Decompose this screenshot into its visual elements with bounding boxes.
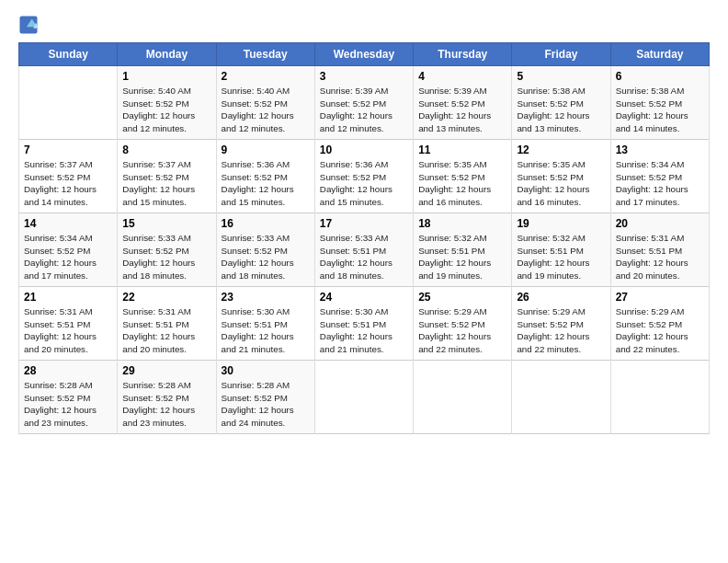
logo-icon — [18, 15, 39, 35]
day-info: Sunrise: 5:39 AM Sunset: 5:52 PM Dayligh… — [418, 85, 506, 135]
day-number: 23 — [222, 291, 310, 304]
day-number: 18 — [418, 217, 506, 230]
day-info: Sunrise: 5:32 AM Sunset: 5:51 PM Dayligh… — [418, 232, 506, 282]
day-cell: 13Sunrise: 5:34 AM Sunset: 5:52 PM Dayli… — [610, 140, 709, 213]
day-number: 5 — [517, 70, 605, 83]
day-info: Sunrise: 5:29 AM Sunset: 5:52 PM Dayligh… — [418, 305, 506, 356]
day-cell: 2Sunrise: 5:40 AM Sunset: 5:52 PM Daylig… — [216, 66, 314, 140]
day-info: Sunrise: 5:40 AM Sunset: 5:52 PM Dayligh… — [122, 85, 210, 135]
day-cell: 27Sunrise: 5:29 AM Sunset: 5:52 PM Dayli… — [610, 287, 709, 361]
day-number: 13 — [616, 144, 704, 156]
day-cell: 5Sunrise: 5:38 AM Sunset: 5:52 PM Daylig… — [512, 66, 610, 140]
day-cell: 6Sunrise: 5:38 AM Sunset: 5:52 PM Daylig… — [610, 66, 709, 140]
day-number: 25 — [418, 291, 506, 304]
day-cell — [314, 361, 413, 434]
day-cell: 29Sunrise: 5:28 AM Sunset: 5:52 PM Dayli… — [118, 361, 216, 434]
day-cell: 10Sunrise: 5:36 AM Sunset: 5:52 PM Dayli… — [314, 140, 413, 213]
day-number: 30 — [222, 364, 310, 377]
day-number: 22 — [122, 291, 210, 304]
day-info: Sunrise: 5:34 AM Sunset: 5:52 PM Dayligh… — [24, 232, 112, 282]
day-number: 7 — [24, 144, 112, 156]
day-cell: 22Sunrise: 5:31 AM Sunset: 5:51 PM Dayli… — [118, 287, 216, 361]
day-info: Sunrise: 5:31 AM Sunset: 5:51 PM Dayligh… — [122, 305, 210, 356]
day-cell — [512, 361, 610, 434]
day-number: 28 — [24, 364, 112, 377]
header — [18, 15, 710, 35]
column-header-saturday: Saturday — [610, 43, 709, 66]
column-header-sunday: Sunday — [19, 43, 118, 66]
day-cell: 20Sunrise: 5:31 AM Sunset: 5:51 PM Dayli… — [610, 213, 709, 287]
day-cell: 9Sunrise: 5:36 AM Sunset: 5:52 PM Daylig… — [216, 140, 314, 213]
day-cell: 24Sunrise: 5:30 AM Sunset: 5:51 PM Dayli… — [314, 287, 413, 361]
day-info: Sunrise: 5:30 AM Sunset: 5:51 PM Dayligh… — [320, 305, 408, 356]
day-info: Sunrise: 5:35 AM Sunset: 5:52 PM Dayligh… — [517, 158, 605, 209]
day-info: Sunrise: 5:39 AM Sunset: 5:52 PM Dayligh… — [320, 85, 408, 135]
day-info: Sunrise: 5:33 AM Sunset: 5:51 PM Dayligh… — [320, 232, 408, 282]
day-info: Sunrise: 5:35 AM Sunset: 5:52 PM Dayligh… — [418, 158, 506, 209]
day-cell: 30Sunrise: 5:28 AM Sunset: 5:52 PM Dayli… — [216, 361, 314, 434]
day-cell: 21Sunrise: 5:31 AM Sunset: 5:51 PM Dayli… — [19, 287, 118, 361]
day-info: Sunrise: 5:32 AM Sunset: 5:51 PM Dayligh… — [517, 232, 605, 282]
day-info: Sunrise: 5:28 AM Sunset: 5:52 PM Dayligh… — [24, 379, 112, 430]
day-number: 26 — [517, 291, 605, 304]
week-row-5: 28Sunrise: 5:28 AM Sunset: 5:52 PM Dayli… — [19, 361, 710, 434]
day-info: Sunrise: 5:31 AM Sunset: 5:51 PM Dayligh… — [24, 305, 112, 356]
day-number: 14 — [24, 217, 112, 230]
day-number: 29 — [122, 364, 210, 377]
day-number: 10 — [320, 144, 408, 156]
day-cell: 8Sunrise: 5:37 AM Sunset: 5:52 PM Daylig… — [118, 140, 216, 213]
day-number: 17 — [320, 217, 408, 230]
day-info: Sunrise: 5:31 AM Sunset: 5:51 PM Dayligh… — [616, 232, 704, 282]
day-number: 6 — [616, 70, 704, 83]
day-cell: 18Sunrise: 5:32 AM Sunset: 5:51 PM Dayli… — [414, 213, 512, 287]
column-header-tuesday: Tuesday — [216, 43, 314, 66]
day-info: Sunrise: 5:33 AM Sunset: 5:52 PM Dayligh… — [122, 232, 210, 282]
day-number: 27 — [616, 291, 704, 304]
day-info: Sunrise: 5:33 AM Sunset: 5:52 PM Dayligh… — [222, 232, 310, 282]
week-row-2: 7Sunrise: 5:37 AM Sunset: 5:52 PM Daylig… — [19, 140, 710, 213]
column-header-wednesday: Wednesday — [314, 43, 413, 66]
day-cell: 1Sunrise: 5:40 AM Sunset: 5:52 PM Daylig… — [118, 66, 216, 140]
column-header-thursday: Thursday — [414, 43, 512, 66]
calendar-table: SundayMondayTuesdayWednesdayThursdayFrid… — [18, 42, 710, 434]
day-cell: 28Sunrise: 5:28 AM Sunset: 5:52 PM Dayli… — [19, 361, 118, 434]
calendar-header-row: SundayMondayTuesdayWednesdayThursdayFrid… — [19, 43, 710, 66]
day-cell: 16Sunrise: 5:33 AM Sunset: 5:52 PM Dayli… — [216, 213, 314, 287]
day-cell: 26Sunrise: 5:29 AM Sunset: 5:52 PM Dayli… — [512, 287, 610, 361]
day-number: 11 — [418, 144, 506, 156]
day-cell: 15Sunrise: 5:33 AM Sunset: 5:52 PM Dayli… — [118, 213, 216, 287]
column-header-friday: Friday — [512, 43, 610, 66]
day-info: Sunrise: 5:36 AM Sunset: 5:52 PM Dayligh… — [320, 158, 408, 209]
week-row-3: 14Sunrise: 5:34 AM Sunset: 5:52 PM Dayli… — [19, 213, 710, 287]
day-cell: 3Sunrise: 5:39 AM Sunset: 5:52 PM Daylig… — [314, 66, 413, 140]
day-info: Sunrise: 5:29 AM Sunset: 5:52 PM Dayligh… — [616, 305, 704, 356]
day-cell: 4Sunrise: 5:39 AM Sunset: 5:52 PM Daylig… — [414, 66, 512, 140]
day-cell: 12Sunrise: 5:35 AM Sunset: 5:52 PM Dayli… — [512, 140, 610, 213]
week-row-4: 21Sunrise: 5:31 AM Sunset: 5:51 PM Dayli… — [19, 287, 710, 361]
day-cell: 7Sunrise: 5:37 AM Sunset: 5:52 PM Daylig… — [19, 140, 118, 213]
day-cell — [610, 361, 709, 434]
day-cell: 11Sunrise: 5:35 AM Sunset: 5:52 PM Dayli… — [414, 140, 512, 213]
day-number: 3 — [320, 70, 408, 83]
day-number: 15 — [122, 217, 210, 230]
day-number: 16 — [222, 217, 310, 230]
day-cell: 25Sunrise: 5:29 AM Sunset: 5:52 PM Dayli… — [414, 287, 512, 361]
day-cell — [414, 361, 512, 434]
day-info: Sunrise: 5:29 AM Sunset: 5:52 PM Dayligh… — [517, 305, 605, 356]
day-number: 12 — [517, 144, 605, 156]
day-number: 20 — [616, 217, 704, 230]
day-info: Sunrise: 5:37 AM Sunset: 5:52 PM Dayligh… — [24, 158, 112, 209]
day-info: Sunrise: 5:37 AM Sunset: 5:52 PM Dayligh… — [122, 158, 210, 209]
day-number: 9 — [222, 144, 310, 156]
day-number: 2 — [222, 70, 310, 83]
day-info: Sunrise: 5:40 AM Sunset: 5:52 PM Dayligh… — [222, 85, 310, 135]
day-info: Sunrise: 5:36 AM Sunset: 5:52 PM Dayligh… — [222, 158, 310, 209]
day-number: 1 — [122, 70, 210, 83]
day-cell: 14Sunrise: 5:34 AM Sunset: 5:52 PM Dayli… — [19, 213, 118, 287]
column-header-monday: Monday — [118, 43, 216, 66]
day-cell: 17Sunrise: 5:33 AM Sunset: 5:51 PM Dayli… — [314, 213, 413, 287]
day-number: 21 — [24, 291, 112, 304]
day-info: Sunrise: 5:28 AM Sunset: 5:52 PM Dayligh… — [222, 379, 310, 430]
logo — [18, 15, 40, 35]
day-info: Sunrise: 5:28 AM Sunset: 5:52 PM Dayligh… — [122, 379, 210, 430]
